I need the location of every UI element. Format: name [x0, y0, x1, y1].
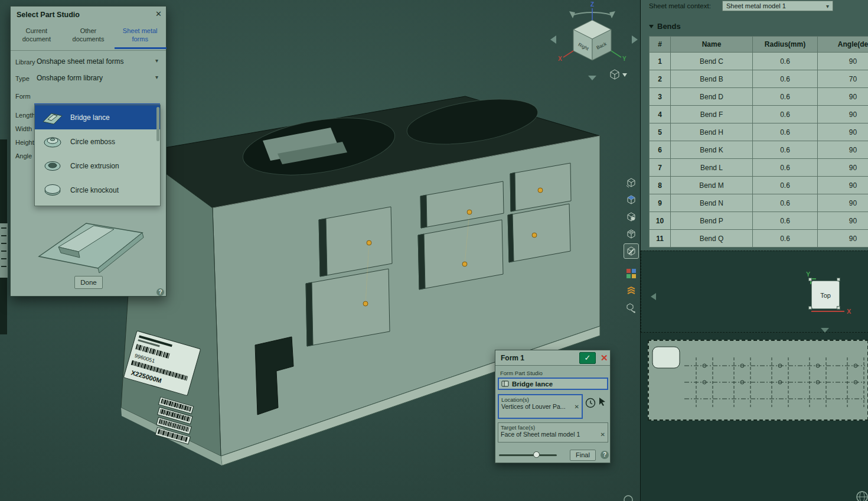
tab-divider — [11, 50, 166, 51]
cube-arrows-icon[interactable] — [624, 175, 639, 190]
cell[interactable]: 8 — [650, 177, 671, 194]
cell[interactable]: 90 — [818, 177, 868, 194]
cell[interactable]: Bend F — [671, 106, 753, 123]
clear-target-icon[interactable]: ✕ — [601, 431, 605, 438]
view-options-cube-icon[interactable] — [611, 70, 627, 79]
list-scrollbar[interactable] — [156, 107, 159, 141]
cell[interactable]: 90 — [818, 123, 868, 141]
cell[interactable]: 0.6 — [753, 106, 818, 123]
corner-handle[interactable] — [808, 278, 812, 281]
cell[interactable]: 70 — [818, 70, 868, 88]
cell[interactable]: 90 — [818, 106, 868, 123]
preview-slider-track[interactable] — [499, 454, 557, 456]
cell[interactable]: Bend C — [671, 53, 753, 70]
cell[interactable]: 90 — [818, 141, 868, 159]
tab-other-documents[interactable]: Otherdocuments — [63, 22, 115, 49]
help-icon[interactable]: ? — [156, 288, 164, 296]
cell[interactable]: 5 — [650, 123, 671, 141]
view-cube[interactable]: Right Back Z X Y — [549, 0, 640, 89]
cell[interactable]: 0.6 — [753, 70, 818, 88]
list-item-circle-knockout[interactable]: Circle knockout — [35, 178, 160, 202]
cell[interactable]: 10 — [650, 212, 671, 230]
cell[interactable]: Bend P — [671, 212, 753, 230]
cell[interactable]: 0.6 — [753, 53, 818, 70]
library-select[interactable]: Onshape sheet metal forms▾ — [37, 57, 158, 66]
cell[interactable]: 0.6 — [753, 123, 818, 141]
globe-icon[interactable] — [856, 490, 868, 501]
cancel-button[interactable]: ✕ — [601, 353, 608, 363]
cell[interactable]: Bend Q — [671, 230, 753, 248]
done-button[interactable]: Done — [74, 276, 103, 289]
cell[interactable]: 9 — [650, 194, 671, 212]
cell[interactable]: 90 — [818, 159, 868, 177]
corner-handle[interactable] — [808, 306, 812, 310]
tab-sheet-metal-forms[interactable]: Sheet metalforms — [114, 22, 166, 49]
colored-squares-icon[interactable] — [624, 266, 639, 281]
cell[interactable]: 2 — [650, 70, 671, 88]
list-item-bridge-lance[interactable]: Bridge lance — [35, 105, 160, 129]
cell[interactable]: 90 — [818, 230, 868, 248]
orange-layers-icon[interactable] — [624, 283, 639, 298]
cell[interactable]: Bend B — [671, 70, 753, 88]
tab-current-document[interactable]: Currentdocument — [11, 22, 63, 49]
3d-viewport[interactable]: 9960051 X225000M Right — [0, 0, 640, 501]
pan-left-arrow-icon[interactable] — [651, 293, 656, 300]
cube-blue-face-icon[interactable] — [624, 192, 639, 207]
cell[interactable]: 4 — [650, 106, 671, 123]
locations-field[interactable]: Location(s) Vertices of Louver Pa... ✕ — [498, 394, 583, 419]
pan-down-arrow-icon[interactable] — [821, 328, 829, 333]
status-circle-icon[interactable] — [624, 495, 633, 501]
type-select[interactable]: Onshape form library▾ — [37, 74, 158, 82]
flat-pattern-viewport[interactable]: Y Top X — [641, 250, 868, 333]
select-cursor-icon[interactable] — [598, 397, 607, 407]
cell[interactable]: 6 — [650, 141, 671, 159]
sheet-metal-context-select[interactable]: Sheet metal model 1 ▾ — [722, 1, 833, 11]
cell[interactable]: 0.6 — [753, 88, 818, 106]
target-faces-field[interactable]: Target face(s) Face of Sheet metal model… — [498, 422, 608, 443]
cell[interactable]: 3 — [650, 88, 671, 106]
cell[interactable]: Bend H — [671, 123, 753, 141]
cell[interactable]: Bend D — [671, 88, 753, 106]
form-part-studio-field[interactable]: Bridge lance — [498, 378, 608, 390]
final-button[interactable]: Final — [570, 450, 596, 461]
cell[interactable]: 0.6 — [753, 212, 818, 230]
clear-locations-icon[interactable]: ✕ — [575, 404, 579, 410]
cell[interactable]: 0.6 — [753, 159, 818, 177]
cell[interactable]: Bend L — [671, 159, 753, 177]
corner-handle[interactable] — [837, 306, 840, 310]
accept-button[interactable]: ✓ — [579, 352, 596, 364]
preview-slider-handle[interactable] — [533, 451, 540, 458]
list-item-circle-extrusion[interactable]: Circle extrusion — [35, 154, 160, 178]
rotate-view-right-icon[interactable] — [632, 35, 638, 44]
cell[interactable]: 0.6 — [753, 230, 818, 248]
list-item-circle-emboss[interactable]: Circle emboss — [35, 129, 160, 154]
cell[interactable]: 90 — [818, 88, 868, 106]
cell[interactable]: Bend M — [671, 177, 753, 194]
cell[interactable]: 90 — [818, 53, 868, 70]
bends-section-header[interactable]: Bends — [649, 22, 681, 31]
flat-pattern-sheet[interactable] — [648, 340, 868, 421]
list-item-partial[interactable] — [35, 202, 160, 206]
cell[interactable]: 7 — [650, 159, 671, 177]
cell[interactable]: 90 — [818, 194, 868, 212]
help-icon[interactable]: ? — [601, 451, 609, 459]
cell[interactable]: Bend N — [671, 194, 753, 212]
corner-handle[interactable] — [837, 278, 840, 281]
cube-pencil-icon[interactable] — [624, 243, 639, 259]
cell[interactable]: 1 — [650, 53, 671, 70]
close-dialog-icon[interactable]: ✕ — [155, 9, 162, 18]
cube-arrow-icon[interactable] — [624, 300, 639, 315]
top-view-indicator[interactable]: Top — [811, 281, 840, 309]
history-clock-icon[interactable] — [585, 398, 596, 408]
cube-circle-icon[interactable] — [624, 209, 639, 225]
rotate-view-left-icon[interactable] — [550, 35, 556, 44]
rotate-view-down-icon[interactable] — [588, 76, 596, 80]
cube-grid-icon[interactable] — [624, 226, 639, 242]
cell[interactable]: 0.6 — [753, 194, 818, 212]
cell[interactable]: 0.6 — [753, 177, 818, 194]
cell[interactable]: Bend K — [671, 141, 753, 159]
cell[interactable]: 90 — [818, 212, 868, 230]
form-search-input[interactable] — [34, 94, 160, 105]
cell[interactable]: 11 — [650, 230, 671, 248]
cell[interactable]: 0.6 — [753, 141, 818, 159]
